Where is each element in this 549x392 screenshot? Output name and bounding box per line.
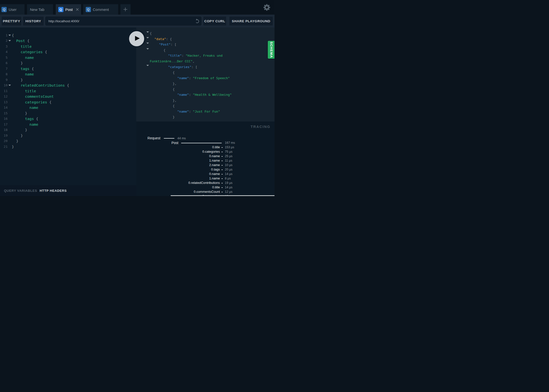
query-editor[interactable]: 1{2 Post {3 title4 categories {5 name6 }… xyxy=(0,27,136,185)
response-line: { xyxy=(136,47,274,53)
line-number: 5 xyxy=(0,56,8,59)
editor-line: 8 name xyxy=(0,71,136,77)
editor-code-text: name xyxy=(12,122,38,126)
copy-curl-button[interactable]: COPY CURL xyxy=(203,17,226,25)
trace-duration-value: 44 ms xyxy=(177,137,186,140)
line-number: 14 xyxy=(0,106,8,109)
trace-row-post: Post167 ms xyxy=(136,141,274,145)
trace-duration-bar xyxy=(221,170,223,170)
tab-post[interactable]: QPost xyxy=(56,4,81,15)
line-number: 19 xyxy=(0,134,8,137)
response-json-text: { xyxy=(150,48,165,52)
editor-line: 17 name xyxy=(0,122,136,127)
fold-arrow-icon[interactable] xyxy=(8,35,12,36)
editor-line: 18 } xyxy=(0,127,136,133)
response-line: } xyxy=(136,114,274,120)
query-variables-tab[interactable]: QUERY VARIABLES xyxy=(4,185,37,196)
tracing-horizontal-scrollbar[interactable] xyxy=(171,195,274,196)
editor-code-text: name xyxy=(12,105,38,110)
tracing-panel: TRACING Request44 msPost167 ms0.title153… xyxy=(136,122,274,196)
graphql-playground-window: QUserNew TabQPostQComment PRETTIFY HISTO… xyxy=(0,0,274,196)
line-number: 9 xyxy=(0,78,8,82)
editor-code-text: } xyxy=(12,133,23,138)
fold-arrow-icon[interactable] xyxy=(8,85,12,86)
editor-line: 1{ xyxy=(0,32,136,38)
trace-duration-value: 12 µs xyxy=(225,190,233,194)
response-json-text: } xyxy=(150,115,175,119)
editor-code-text: categories { xyxy=(12,50,47,54)
response-line: { xyxy=(136,86,274,92)
add-tab-button[interactable] xyxy=(120,4,131,15)
tracing-panel-title[interactable]: TRACING xyxy=(250,125,270,129)
editor-line: 10 relatedContributions { xyxy=(0,82,136,88)
editor-code-text: } xyxy=(12,128,27,132)
reload-icon[interactable] xyxy=(195,19,200,24)
response-viewer[interactable]: {"data": {"Post": [{"title": "Hacker, Fr… xyxy=(136,27,274,122)
trace-row-resolver: 1.name11 µs xyxy=(136,159,274,163)
trace-row-resolver: 0.title153 µs xyxy=(136,145,274,150)
response-line: }, xyxy=(136,81,274,86)
http-headers-tab[interactable]: HTTP HEADERS xyxy=(40,185,67,196)
editor-line: 5 name xyxy=(0,55,136,60)
editor-code-text: relatedContributions { xyxy=(12,83,69,87)
close-tab-icon[interactable] xyxy=(76,8,79,11)
response-json-text: "categories": [ xyxy=(150,65,197,69)
gear-icon[interactable] xyxy=(263,4,270,11)
trace-duration-value: 153 µs xyxy=(225,146,234,149)
response-json-text: { xyxy=(150,31,152,35)
trace-duration-bar xyxy=(221,156,223,157)
trace-label: 0.name xyxy=(136,172,220,176)
trace-row-resolver: 0.relatedContributions19 µs xyxy=(136,181,274,185)
trace-row-resolver: 0.name25 µs xyxy=(136,154,274,159)
trace-duration-bar xyxy=(221,187,223,188)
line-number: 13 xyxy=(0,100,8,104)
schema-sidebar-button[interactable]: SCHEMA xyxy=(268,41,275,59)
response-line: { xyxy=(136,31,274,36)
editor-line: 21} xyxy=(0,144,136,149)
tab-new-tab[interactable]: New Tab xyxy=(27,4,53,15)
play-icon xyxy=(135,36,140,41)
line-number: 3 xyxy=(0,45,8,48)
share-playground-button[interactable]: SHARE PLAYGROUND xyxy=(229,17,273,25)
line-number: 21 xyxy=(0,145,8,148)
line-number: 1 xyxy=(0,33,8,37)
editor-line: 14 name xyxy=(0,105,136,110)
editor-code-text: commentsCount xyxy=(12,94,54,98)
tab-comment[interactable]: QComment xyxy=(83,4,118,15)
query-editor-lines: 1{2 Post {3 title4 categories {5 name6 }… xyxy=(0,32,136,149)
prettify-button[interactable]: PRETTIFY xyxy=(2,17,21,25)
editor-code-text: title xyxy=(12,89,36,93)
trace-row-resolver: 0.title14 µs xyxy=(136,185,274,190)
execute-query-button[interactable] xyxy=(128,30,146,48)
trace-duration-bar xyxy=(221,178,223,179)
trace-row-resolver: 2.name10 µs xyxy=(136,163,274,168)
endpoint-url-input[interactable] xyxy=(46,19,184,23)
trace-duration-bar xyxy=(221,161,223,161)
response-json-text: }, xyxy=(150,98,177,102)
response-line: Funktionäre...Der CCC", xyxy=(136,58,274,64)
trace-row-resolver: 0.categories75 µs xyxy=(136,150,274,154)
tab-user[interactable]: QUser xyxy=(0,4,25,15)
line-number: 4 xyxy=(0,50,8,54)
trace-label: 0.title xyxy=(136,145,220,149)
fold-arrow-icon[interactable] xyxy=(8,40,12,41)
trace-duration-bar xyxy=(164,138,174,139)
history-button[interactable]: HISTORY xyxy=(23,17,44,25)
line-number: 18 xyxy=(0,128,8,132)
response-line: "name": "Freedom of Speech" xyxy=(136,75,274,81)
schema-sidebar-label: SCHEMA xyxy=(270,42,273,58)
editor-code-text: } xyxy=(12,139,19,143)
trace-duration-value: 14 µs xyxy=(225,172,233,176)
endpoint-url-box xyxy=(45,17,201,25)
trace-row-request: Request44 ms xyxy=(136,136,274,141)
response-json-text: { xyxy=(150,87,175,91)
editor-code-text: } xyxy=(12,61,23,65)
trace-label: 1.name xyxy=(136,176,220,180)
line-number: 17 xyxy=(0,122,8,126)
line-number: 20 xyxy=(0,139,8,143)
response-line: "data": { xyxy=(136,36,274,42)
trace-duration-bar xyxy=(221,192,223,192)
editor-code-text: tags { xyxy=(12,117,38,121)
editor-code-text: categories { xyxy=(12,100,52,104)
trace-duration-value: 75 µs xyxy=(225,150,233,153)
